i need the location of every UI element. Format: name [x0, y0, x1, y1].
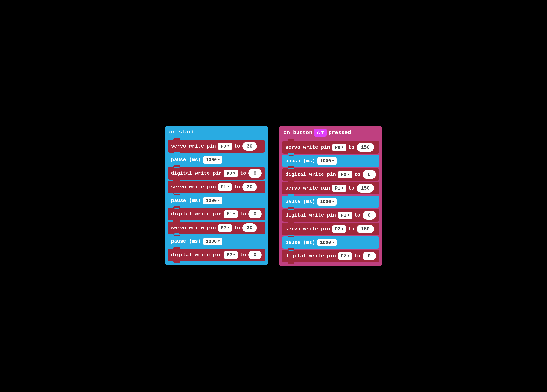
pin-dropdown-P2-b1[interactable]: P2 ▼: [332, 225, 346, 233]
pin-value-5: P2: [221, 225, 226, 230]
value-circle-b5[interactable]: 150: [357, 225, 374, 233]
pause-label-2: pause (ms): [171, 198, 201, 203]
block-pause-b1: pause (ms) 1000 ▼: [282, 155, 379, 167]
value-circle-b3[interactable]: 150: [357, 184, 374, 193]
to-label-5: to: [234, 225, 240, 231]
pin-dropdown-P1-b2[interactable]: P1 ▼: [338, 212, 352, 219]
to-label-6: to: [240, 252, 246, 258]
value-text-b1: 150: [361, 144, 370, 150]
chevron-down-icon-b8: ▼: [332, 241, 334, 244]
pause-value-2: 1000: [206, 198, 217, 203]
button-label: A: [317, 130, 320, 135]
pause-label-b3: pause (ms): [285, 240, 315, 245]
block-servo-P0-b: servo write pin P0 ▼ to 150: [282, 141, 379, 154]
servo-write-label-2: servo write pin: [171, 184, 216, 190]
to-label-b4: to: [354, 212, 360, 218]
to-label-b3: to: [348, 185, 354, 191]
value-circle-3[interactable]: 30: [242, 183, 257, 191]
value-circle-b2[interactable]: 0: [362, 170, 376, 179]
pin-value-3: P1: [221, 185, 226, 190]
pin-dropdown-P2-b2[interactable]: P2 ▼: [338, 252, 352, 260]
pin-dropdown-P1-2[interactable]: P1 ▼: [224, 210, 238, 218]
chevron-down-icon-b3: ▼: [348, 173, 349, 176]
pin-value-4: P1: [226, 212, 232, 217]
chevron-down-icon-9: ▼: [233, 253, 235, 257]
on-button-block: on button A ▼ pressed servo write pin P0…: [279, 126, 382, 266]
pause-dropdown-b3[interactable]: 1000 ▼: [317, 239, 337, 246]
pin-value-b4: P1: [341, 213, 346, 218]
chevron-down-icon-b4: ▼: [342, 186, 343, 190]
pin-dropdown-P0-b1[interactable]: P0 ▼: [332, 144, 346, 151]
value-text-5: 30: [246, 225, 253, 231]
on-start-label: on start: [169, 129, 195, 135]
pause-dropdown-1[interactable]: 1000 ▼: [203, 156, 222, 164]
pause-dropdown-b2[interactable]: 1000 ▼: [317, 198, 337, 206]
chevron-down-icon-b7: ▼: [342, 227, 343, 231]
pin-value-6: P2: [226, 252, 232, 257]
pause-dropdown-b1[interactable]: 1000 ▼: [317, 157, 337, 165]
value-circle-b1[interactable]: 150: [357, 143, 374, 152]
chevron-down-icon-badge: ▼: [321, 130, 324, 135]
servo-write-label-b3: servo write pin: [285, 226, 330, 232]
value-text-b3: 150: [361, 185, 370, 191]
chevron-down-icon-b2: ▼: [332, 159, 334, 163]
block-servo-P2-b: servo write pin P2 ▼ to 150: [282, 223, 379, 235]
chevron-down-icon-8: ▼: [218, 240, 220, 243]
pause-label-1: pause (ms): [171, 157, 201, 163]
to-label-1: to: [234, 143, 240, 149]
pin-dropdown-P0-b2[interactable]: P0 ▼: [338, 171, 352, 178]
pause-dropdown-2[interactable]: 1000 ▼: [203, 197, 222, 204]
block-pause-1: pause (ms) 1000 ▼: [168, 154, 265, 166]
pause-label-3: pause (ms): [171, 238, 201, 244]
value-circle-5[interactable]: 30: [242, 223, 257, 232]
block-servo-P1: servo write pin P1 ▼ to 30: [168, 181, 265, 193]
on-start-body: servo write pin P0 ▼ to 30 pause (ms) 10…: [165, 138, 268, 265]
value-text-b6: 0: [368, 253, 371, 259]
value-text-4: 0: [253, 211, 257, 217]
value-circle-4[interactable]: 0: [248, 210, 262, 218]
block-digital-P0-b: digital write pin P0 ▼ to 0: [282, 168, 379, 181]
value-circle-6[interactable]: 0: [248, 250, 262, 259]
pin-value-b5: P2: [335, 227, 341, 232]
chevron-down-icon-b5: ▼: [332, 200, 334, 203]
chevron-down-icon-7: ▼: [227, 226, 229, 230]
to-label-b5: to: [348, 226, 354, 232]
chevron-down-icon-b9: ▼: [348, 254, 349, 258]
on-button-suffix: pressed: [328, 130, 351, 135]
to-label-b1: to: [348, 144, 354, 150]
value-text-b5: 150: [361, 226, 370, 232]
servo-write-label-1: servo write pin: [171, 143, 216, 149]
value-circle-2[interactable]: 0: [248, 169, 262, 178]
pin-dropdown-P1-1[interactable]: P1 ▼: [218, 183, 232, 191]
value-circle-1[interactable]: 30: [242, 142, 257, 151]
block-pause-2: pause (ms) 1000 ▼: [168, 195, 265, 207]
pin-dropdown-P2-1[interactable]: P2 ▼: [218, 224, 232, 232]
pin-dropdown-P2-2[interactable]: P2 ▼: [224, 251, 238, 259]
pin-dropdown-P1-b1[interactable]: P1 ▼: [332, 185, 346, 192]
on-start-block: on start servo write pin P0 ▼ to 30 paus…: [165, 126, 268, 265]
pause-label-b2: pause (ms): [285, 199, 315, 205]
pause-value-b2: 1000: [320, 199, 331, 204]
value-circle-b4[interactable]: 0: [362, 211, 376, 220]
button-badge[interactable]: A ▼: [314, 128, 327, 136]
value-text-b4: 0: [368, 212, 371, 218]
digital-write-label-b2: digital write pin: [285, 212, 336, 218]
pause-value-b3: 1000: [320, 240, 331, 245]
to-label-2: to: [240, 170, 246, 176]
block-digital-P1-b: digital write pin P1 ▼ to 0: [282, 209, 379, 222]
block-digital-P2: digital write pin P2 ▼ to 0: [168, 249, 265, 261]
block-pause-b3: pause (ms) 1000 ▼: [282, 237, 379, 249]
block-pause-3: pause (ms) 1000 ▼: [168, 235, 265, 248]
pin-dropdown-P0-2[interactable]: P0 ▼: [224, 170, 238, 177]
to-label-b6: to: [354, 253, 360, 259]
on-button-prefix: on button: [283, 130, 312, 135]
value-circle-b6[interactable]: 0: [362, 252, 376, 260]
value-text-b2: 0: [368, 172, 371, 177]
chevron-down-icon-b1: ▼: [342, 146, 343, 149]
on-button-body: servo write pin P0 ▼ to 150 pause (ms) 1…: [279, 139, 382, 266]
pin-dropdown-P0-1[interactable]: P0 ▼: [218, 143, 232, 150]
block-servo-P0: servo write pin P0 ▼ to 30: [168, 140, 265, 153]
chevron-down-icon-6: ▼: [233, 212, 235, 216]
pin-value-1: P0: [221, 144, 226, 149]
pause-dropdown-3[interactable]: 1000 ▼: [203, 238, 222, 245]
